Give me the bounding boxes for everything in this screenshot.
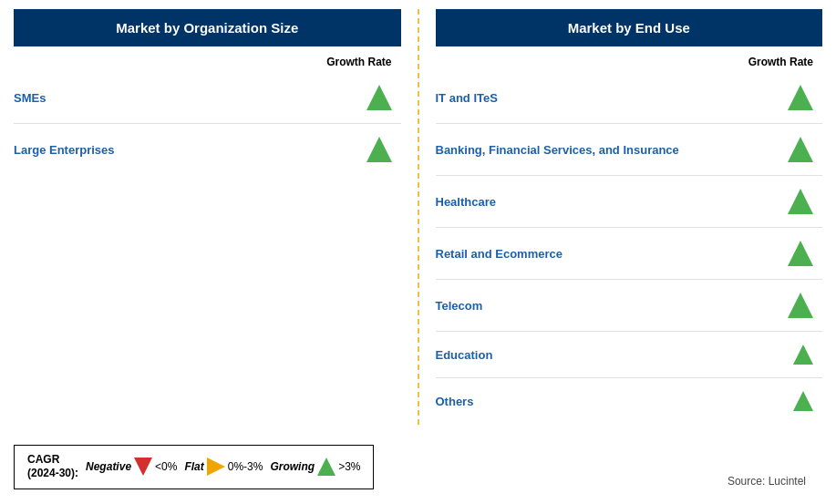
healthcare-label: Healthcare (436, 195, 496, 209)
retail-ecommerce-growth-arrow-icon (788, 241, 813, 266)
table-row: Large Enterprises (14, 124, 401, 175)
retail-ecommerce-label: Retail and Ecommerce (436, 247, 562, 261)
legend-negative: Negative <0% (86, 458, 177, 476)
growing-range: >3% (338, 460, 360, 473)
left-panel-rows: SMEs Large Enterprises (14, 72, 401, 425)
negative-arrow-icon (134, 458, 152, 476)
table-row: Banking, Financial Services, and Insuran… (436, 124, 823, 176)
large-enterprises-label: Large Enterprises (14, 143, 115, 157)
right-growth-rate-label: Growth Rate (436, 56, 823, 68)
left-panel: Market by Organization Size Growth Rate … (14, 9, 401, 425)
bfsi-growth-arrow-icon (788, 137, 813, 162)
it-ites-growth-arrow-icon (788, 85, 813, 110)
flat-label: Flat (184, 460, 203, 473)
telecom-growth-arrow-icon (788, 293, 813, 318)
negative-label: Negative (86, 460, 131, 473)
smes-growth-arrow-icon (366, 85, 392, 110)
table-row: Others (436, 378, 823, 424)
panel-divider (418, 9, 419, 425)
table-row: Telecom (436, 280, 823, 332)
table-row: Retail and Ecommerce (436, 228, 823, 280)
growing-arrow-icon (317, 458, 335, 476)
left-panel-title: Market by Organization Size (14, 9, 401, 46)
table-row: IT and ITeS (436, 72, 823, 124)
flat-arrow-icon (207, 458, 225, 476)
legend-flat: Flat 0%-3% (184, 458, 263, 476)
legend-box: CAGR (2024-30): Negative <0% Flat 0%-3% … (14, 445, 374, 489)
it-ites-label: IT and ITeS (436, 91, 498, 105)
source-text: Source: Lucintel (728, 475, 822, 495)
cagr-label: CAGR (2024-30): (27, 453, 78, 481)
table-row: Healthcare (436, 176, 823, 228)
others-growth-arrow-icon (793, 391, 813, 411)
education-label: Education (436, 348, 493, 362)
right-panel: Market by End Use Growth Rate IT and ITe… (436, 9, 823, 425)
table-row: Education (436, 332, 823, 378)
right-panel-title: Market by End Use (436, 9, 823, 46)
others-label: Others (436, 395, 474, 408)
telecom-label: Telecom (436, 299, 483, 313)
bottom-bar: CAGR (2024-30): Negative <0% Flat 0%-3% … (0, 434, 836, 504)
negative-range: <0% (155, 460, 177, 473)
legend-growing: Growing >3% (270, 458, 360, 476)
left-growth-rate-label: Growth Rate (14, 56, 401, 68)
healthcare-growth-arrow-icon (788, 189, 813, 214)
table-row: SMEs (14, 72, 401, 124)
large-enterprises-growth-arrow-icon (366, 137, 392, 162)
growing-label: Growing (270, 460, 315, 473)
bfsi-label: Banking, Financial Services, and Insuran… (436, 143, 679, 157)
smes-label: SMEs (14, 91, 46, 105)
right-panel-rows: IT and ITeS Banking, Financial Services,… (436, 72, 823, 425)
flat-range: 0%-3% (228, 460, 263, 473)
education-growth-arrow-icon (793, 345, 813, 365)
